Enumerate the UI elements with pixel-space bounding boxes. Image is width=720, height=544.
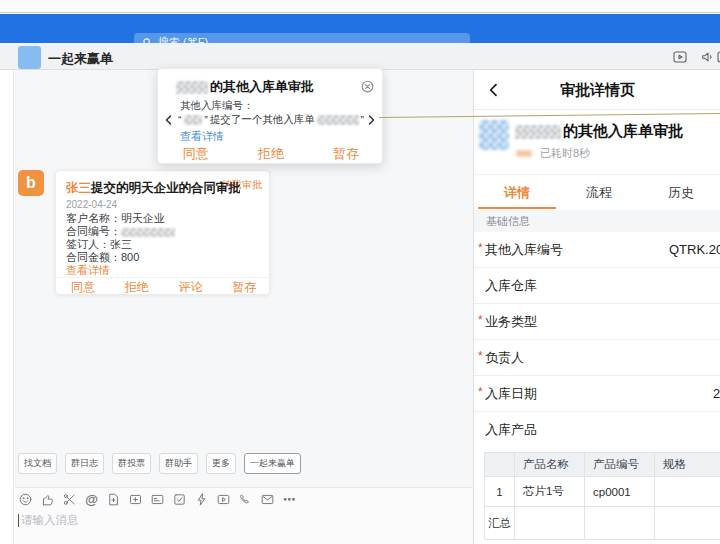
card-title: 张三提交的明天企业的合同审批	[66, 180, 240, 197]
group-title: 一起来赢单	[48, 50, 113, 68]
popup-carousel-text: “” 提交了一个其他入库单 ”	[178, 113, 364, 127]
popup-view-detail-link[interactable]: 查看详情	[180, 129, 224, 144]
bot-avatar[interactable]: b	[18, 170, 44, 196]
section-basic-info: 基础信息	[474, 210, 720, 232]
add-box-icon[interactable]	[128, 492, 143, 507]
elapsed-time: 已耗时8秒	[540, 146, 590, 161]
quick-action-bolt-icon[interactable]	[194, 492, 209, 507]
emoji-icon[interactable]	[18, 492, 33, 507]
hold-button[interactable]: 暂存	[309, 145, 384, 165]
file-plus-icon[interactable]	[106, 492, 121, 507]
tab-process[interactable]: 流程	[558, 176, 640, 209]
chip-group-log[interactable]: 群日志	[65, 453, 104, 474]
sender-name: 张三	[66, 181, 91, 195]
mention-at-icon[interactable]: @	[84, 492, 99, 507]
blurred-status-tag	[516, 150, 532, 157]
window-top-strip	[0, 0, 720, 13]
task-check-icon[interactable]	[172, 492, 187, 507]
left-sidebar-strip	[0, 70, 14, 544]
popup-title: 的其他入库单审批	[176, 78, 314, 96]
required-mark: *	[478, 241, 483, 255]
blurred-name	[515, 125, 561, 139]
video-meeting-icon[interactable]	[672, 49, 688, 65]
approval-detail-panel: 审批详情页 的其他入库单审批 已耗时8秒 详情 流程 历史 基础信息 * 其他入…	[473, 70, 720, 544]
table-row: 1 芯片1号 cp0001	[485, 477, 720, 507]
field-row: 入库仓库	[474, 268, 720, 304]
detail-tabs: 详情 流程 历史	[476, 176, 720, 209]
field-value: QTRK.20	[669, 232, 720, 268]
field-row: * 入库日期 2	[474, 376, 720, 412]
approval-popup-card: 的其他入库单审批 其他入库编号： “” 提交了一个其他入库单 ” 查看详情 同意…	[157, 68, 383, 164]
chip-more[interactable]: 更多	[206, 453, 236, 474]
chip-find-docs[interactable]: 找文档	[18, 453, 57, 474]
blurred-user-avatar	[479, 120, 509, 150]
product-table: 产品名称 产品编号 规格 1 芯片1号 cp0001 汇总	[484, 452, 720, 540]
app-title-bar: 搜索 (⌘F)	[0, 14, 720, 43]
blurred-order-name	[317, 115, 359, 125]
agree-button[interactable]: 同意	[158, 145, 233, 165]
blurred-name	[176, 81, 208, 94]
chip-group-assistant[interactable]: 群助手	[159, 453, 198, 474]
comment-button[interactable]: 评论	[164, 279, 218, 296]
card-date: 2022-04-24	[66, 199, 117, 210]
name-card-icon[interactable]	[150, 492, 165, 507]
approval-title: 的其他入库单审批	[515, 122, 683, 141]
carousel-next-icon[interactable]	[365, 113, 377, 127]
reject-button[interactable]: 拒绝	[233, 145, 308, 165]
card-view-detail-link[interactable]: 查看详情	[66, 263, 110, 278]
field-list: * 其他入库编号 QTRK.20 入库仓库 * 业务类型 * 负责人 *	[474, 232, 720, 448]
mute-horn-icon[interactable]	[700, 49, 716, 65]
thumbs-up-icon[interactable]	[40, 492, 55, 507]
popup-field-label: 其他入库编号：	[180, 99, 254, 113]
video-icon[interactable]	[216, 492, 231, 507]
required-mark: *	[478, 385, 483, 399]
required-mark: *	[478, 313, 483, 327]
table-row-summary: 汇总	[485, 507, 720, 540]
call-icon[interactable]	[238, 492, 253, 507]
reject-button[interactable]: 拒绝	[110, 279, 164, 296]
message-input[interactable]: 请输入消息	[18, 513, 79, 528]
blurred-contract-no	[121, 228, 175, 237]
contract-approval-card: 待我审批 张三提交的明天企业的合同审批 2022-04-24 客户名称：明天企业…	[55, 170, 270, 295]
tab-history[interactable]: 历史	[640, 176, 720, 209]
composer-icon-row: @ ⋯	[18, 492, 297, 507]
message-placeholder: 请输入消息	[21, 513, 79, 528]
clipped-icon[interactable]	[716, 49, 720, 65]
field-row: * 其他入库编号 QTRK.20	[474, 232, 720, 268]
table-header-row: 产品名称 产品编号 规格	[485, 453, 720, 477]
close-icon[interactable]	[360, 79, 375, 94]
group-tools-toolbar: 找文档 群日志 群投票 群助手 更多 一起来赢单	[18, 453, 301, 474]
field-row: * 业务类型	[474, 304, 720, 340]
agree-button[interactable]: 同意	[56, 279, 110, 296]
divider	[474, 174, 720, 175]
field-row: * 负责人	[474, 340, 720, 376]
chip-win-together[interactable]: 一起来赢单	[244, 453, 301, 474]
text-caret	[18, 514, 19, 527]
chip-group-vote[interactable]: 群投票	[112, 453, 151, 474]
app-window: 搜索 (⌘F) 一起来赢单 的其他入库单审批 其他入库编号： “” 提交了一个其…	[0, 0, 720, 544]
field-row: 入库产品	[474, 412, 720, 448]
more-icon[interactable]: ⋯	[282, 492, 297, 507]
detail-page-title: 审批详情页	[474, 81, 720, 100]
detail-header: 审批详情页	[474, 70, 720, 110]
popup-actions: 同意 拒绝 暂存	[158, 145, 384, 165]
screenshot-scissors-icon[interactable]	[62, 492, 77, 507]
field-value: 2	[713, 376, 720, 412]
required-mark: *	[478, 349, 483, 363]
hold-button[interactable]: 暂存	[217, 279, 271, 296]
group-avatar[interactable]	[18, 46, 41, 69]
card-actions: 同意 拒绝 评论 暂存	[56, 278, 271, 296]
mail-icon[interactable]	[260, 492, 275, 507]
blurred-name	[184, 115, 203, 125]
carousel-prev-icon[interactable]	[163, 113, 175, 127]
tab-details[interactable]: 详情	[476, 176, 558, 209]
